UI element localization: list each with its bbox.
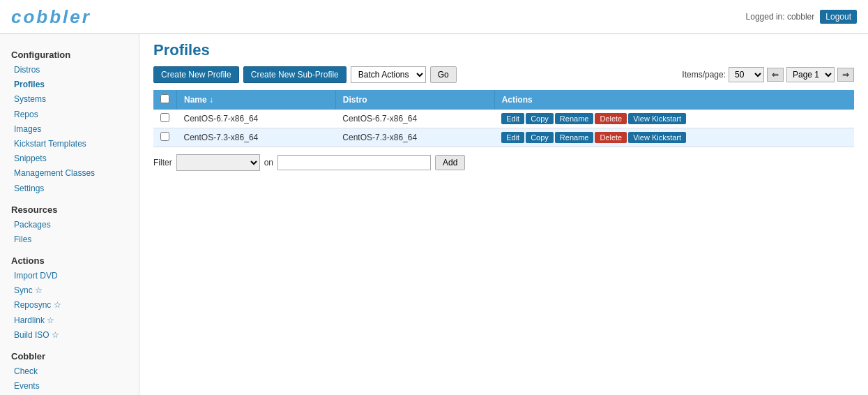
sidebar-item-check[interactable]: Check: [11, 364, 128, 379]
logo-text: cobbler: [11, 6, 91, 27]
sidebar-item-profiles[interactable]: Profiles: [11, 77, 128, 92]
profiles-tbody: CentOS-6.7-x86_64CentOS-6.7-x86_64EditCo…: [153, 110, 854, 147]
sidebar-section-title: Resources: [11, 204, 128, 215]
create-new-sub-profile-button[interactable]: Create New Sub-Profile: [243, 66, 347, 83]
profile-distro-1: CentOS-7.3-x86_64: [335, 128, 494, 147]
go-button[interactable]: Go: [430, 66, 457, 83]
header: cobbler Logged in: cobbler Logout: [0, 0, 868, 34]
sidebar-item-reposync-[interactable]: Reposync ☆: [11, 298, 128, 313]
filter-label: Filter: [153, 158, 172, 167]
profile-actions-1: EditCopyRenameDeleteView Kickstart: [494, 128, 854, 147]
sidebar-item-kickstart-templates[interactable]: Kickstart Templates: [11, 137, 128, 151]
sidebar-item-settings[interactable]: Settings: [11, 181, 128, 196]
sidebar-item-packages[interactable]: Packages: [11, 218, 128, 232]
sidebar-section-title: Actions: [11, 255, 128, 266]
profile-name-0: CentOS-6.7-x86_64: [177, 110, 336, 128]
sidebar-item-hardlink-[interactable]: Hardlink ☆: [11, 313, 128, 328]
sidebar-item-import-dvd[interactable]: Import DVD: [11, 269, 128, 283]
sidebar-item-distros[interactable]: Distros: [11, 63, 128, 77]
filter-input[interactable]: [277, 155, 431, 170]
sidebar-item-images[interactable]: Images: [11, 122, 128, 137]
next-page-button[interactable]: ⇒: [837, 68, 854, 82]
sidebar-section-title: Configuration: [11, 50, 128, 60]
profile-actions-0: EditCopyRenameDeleteView Kickstart: [494, 110, 854, 128]
sidebar: ConfigurationDistrosProfilesSystemsRepos…: [0, 34, 139, 395]
copy-button-1[interactable]: Copy: [526, 132, 554, 143]
filter-on-label: on: [264, 158, 273, 167]
create-new-profile-button[interactable]: Create New Profile: [153, 66, 239, 83]
select-all-checkbox[interactable]: [160, 94, 169, 103]
edit-button-1[interactable]: Edit: [501, 132, 524, 143]
layout: ConfigurationDistrosProfilesSystemsRepos…: [0, 34, 868, 395]
table-row: CentOS-7.3-x86_64CentOS-7.3-x86_64EditCo…: [153, 128, 854, 147]
profile-distro-0: CentOS-6.7-x86_64: [335, 110, 494, 128]
header-right: Logged in: cobbler Logout: [746, 10, 857, 24]
sidebar-item-systems[interactable]: Systems: [11, 92, 128, 107]
rename-button-0[interactable]: Rename: [555, 113, 594, 124]
delete-button-1[interactable]: Delete: [595, 132, 627, 143]
page-select[interactable]: Page 1: [786, 67, 835, 82]
actions-header: Actions: [494, 90, 854, 110]
delete-button-0[interactable]: Delete: [595, 113, 627, 124]
sidebar-item-repos[interactable]: Repos: [11, 107, 128, 122]
sidebar-section-title: Cobbler: [11, 351, 128, 362]
edit-button-0[interactable]: Edit: [501, 113, 524, 124]
sidebar-item-files[interactable]: Files: [11, 232, 128, 247]
items-per-page-section: Items/page: 50 100 200 ⇐ Page 1 ⇒: [682, 67, 854, 82]
view-kickstart-button-0[interactable]: View Kickstart: [628, 113, 686, 124]
sidebar-item-snippets[interactable]: Snippets: [11, 151, 128, 166]
profiles-table: Name ↓ Distro Actions CentOS-6.7-x86_64C…: [153, 90, 854, 147]
row-checkbox-0[interactable]: [160, 113, 169, 122]
page-title: Profiles: [153, 41, 854, 59]
view-kickstart-button-1[interactable]: View Kickstart: [628, 132, 686, 143]
row-checkbox-1[interactable]: [160, 132, 169, 141]
logged-in-text: Logged in: cobbler: [746, 12, 815, 22]
copy-button-0[interactable]: Copy: [526, 113, 554, 124]
items-per-page-label: Items/page:: [682, 70, 726, 80]
filter-row: Filter on Add: [153, 154, 854, 171]
logout-button[interactable]: Logout: [820, 10, 857, 24]
filter-select[interactable]: [176, 154, 260, 171]
sidebar-item-build-iso-[interactable]: Build ISO ☆: [11, 328, 128, 343]
logo: cobbler: [11, 6, 91, 28]
sidebar-item-sync-[interactable]: Sync ☆: [11, 283, 128, 298]
main-content: Profiles Create New Profile Create New S…: [139, 34, 868, 395]
prev-page-button[interactable]: ⇐: [767, 68, 784, 82]
items-per-page-select[interactable]: 50 100 200: [729, 67, 764, 82]
table-header-row: Name ↓ Distro Actions: [153, 90, 854, 110]
sidebar-item-management-classes[interactable]: Management Classes: [11, 166, 128, 181]
rename-button-1[interactable]: Rename: [555, 132, 594, 143]
filter-add-button[interactable]: Add: [435, 155, 465, 170]
sidebar-item-events[interactable]: Events: [11, 379, 128, 394]
profile-name-1: CentOS-7.3-x86_64: [177, 128, 336, 147]
select-all-header: [153, 90, 177, 110]
toolbar: Create New Profile Create New Sub-Profil…: [153, 66, 854, 83]
distro-header: Distro: [335, 90, 494, 110]
table-row: CentOS-6.7-x86_64CentOS-6.7-x86_64EditCo…: [153, 110, 854, 128]
batch-actions-select[interactable]: Batch Actions: [351, 66, 426, 83]
name-header[interactable]: Name ↓: [177, 90, 336, 110]
